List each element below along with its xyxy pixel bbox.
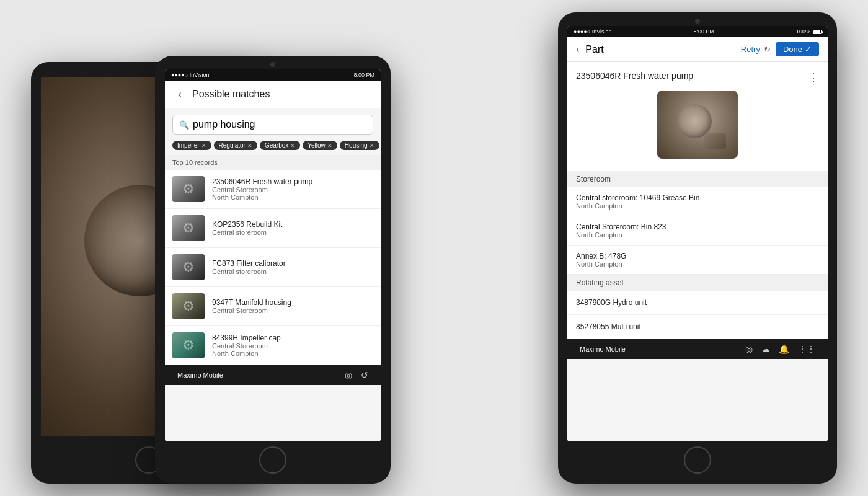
result-name-4: 9347T Manifold housing xyxy=(212,298,291,307)
store-loc-3: North Campton xyxy=(576,260,819,268)
asset-item-1[interactable]: 3487900G Hydro unit xyxy=(567,291,828,315)
tablet-mid: ●●●●○ InVision 8:00 PM ‹ Possible matche… xyxy=(155,56,391,484)
part-name: 23506046R Fresh water pump xyxy=(576,71,808,81)
cloud-icon-right[interactable]: ☁ xyxy=(761,344,770,354)
store-loc-2: North Campton xyxy=(576,231,819,239)
status-bar-right-left: ●●●●○ InVision xyxy=(574,29,612,35)
result-item-3[interactable]: FC873 Filter calibrator Central storeroo… xyxy=(165,248,381,287)
home-icon-mid[interactable]: ◎ xyxy=(345,370,352,380)
tablet-right-screen: ●●●●○ InVision 8:00 PM 100% ‹ Part Retry… xyxy=(567,26,828,441)
battery-area: 100% xyxy=(796,29,822,35)
search-bar[interactable]: 🔍 pump housing xyxy=(172,115,373,135)
result-info-5: 84399H Impeller cap Central Storeroom No… xyxy=(212,334,281,357)
filter-tag-yellow[interactable]: Yellow ✕ xyxy=(303,141,337,150)
remove-tag-icon[interactable]: ✕ xyxy=(290,143,295,149)
bell-icon-right[interactable]: 🔔 xyxy=(779,344,789,354)
home-button-right[interactable] xyxy=(684,446,711,474)
back-button-mid[interactable]: ‹ xyxy=(172,87,187,102)
status-bar-left: ●●●●○ InVision xyxy=(171,72,210,78)
refresh-icon-right[interactable]: ↻ xyxy=(764,45,771,54)
result-store-4: Central Storeroom xyxy=(212,307,291,314)
result-name-3: FC873 Filter calibrator xyxy=(212,259,286,268)
storeroom-section-header: Storeroom xyxy=(567,171,828,187)
filter-tag-gearbox[interactable]: Gearbox ✕ xyxy=(260,141,300,150)
done-label: Done xyxy=(783,45,802,54)
remove-tag-icon[interactable]: ✕ xyxy=(370,143,374,149)
result-location-1: North Compton xyxy=(212,193,312,201)
result-info-3: FC873 Filter calibrator Central storeroo… xyxy=(212,259,286,275)
mid-nav: ‹ Possible matches xyxy=(165,81,381,108)
store-name-1: Central storeroom: 10469 Grease Bin xyxy=(576,193,819,202)
time-right: 8:00 PM xyxy=(693,29,714,35)
result-store-5: Central Storeroom xyxy=(212,342,281,350)
page-title-right: Part xyxy=(585,44,741,55)
store-name-2: Central Storeroom: Bin 823 xyxy=(576,223,819,231)
result-item-4[interactable]: 9347T Manifold housing Central Storeroom xyxy=(165,287,381,326)
store-item-2[interactable]: Central Storeroom: Bin 823 North Campton xyxy=(567,216,828,246)
camera-dot-right xyxy=(695,19,700,24)
result-thumb-4 xyxy=(172,293,205,319)
store-item-1[interactable]: Central storeroom: 10469 Grease Bin Nort… xyxy=(567,187,828,216)
records-header: Top 10 records xyxy=(165,155,381,170)
asset-item-2[interactable]: 85278055 Multi unit xyxy=(567,315,828,339)
asset-name-2: 85278055 Multi unit xyxy=(576,322,819,331)
bottom-nav-right: Maximo Mobile ◎ ☁ 🔔 ⋮⋮ xyxy=(567,339,828,359)
result-item-1[interactable]: 23506046R Fresh water pump Central Store… xyxy=(165,170,381,209)
filter-tag-housing[interactable]: Housing ✕ xyxy=(340,141,379,150)
store-loc-1: North Campton xyxy=(576,202,819,210)
time-label: 8:00 PM xyxy=(353,72,374,78)
page-title-mid: Possible matches xyxy=(192,89,270,100)
status-bar-mid: ●●●●○ InVision 8:00 PM xyxy=(165,69,381,81)
back-button-right[interactable]: ‹ xyxy=(576,44,579,55)
result-item-5[interactable]: 84399H Impeller cap Central Storeroom No… xyxy=(165,326,381,365)
result-info-2: KOP2356 Rebuild Kit Central storeroom xyxy=(212,220,282,236)
bottom-icons-right: ◎ ☁ 🔔 ⋮⋮ xyxy=(745,344,815,354)
battery-pct: 100% xyxy=(796,29,810,35)
remove-tag-icon[interactable]: ✕ xyxy=(247,143,252,149)
tag-label: Gearbox xyxy=(265,142,288,149)
tag-label: Housing xyxy=(345,142,368,149)
carrier-right: ●●●●○ InVision xyxy=(574,29,612,35)
retry-button[interactable]: Retry xyxy=(741,45,760,54)
done-button[interactable]: Done ✓ xyxy=(776,42,819,56)
search-icon: 🔍 xyxy=(179,120,189,130)
location-icon-right[interactable]: ◎ xyxy=(745,344,753,354)
refresh-icon-mid[interactable]: ↺ xyxy=(361,370,368,380)
more-options-icon[interactable]: ⋮ xyxy=(808,71,819,84)
part-header: 23506046R Fresh water pump ⋮ xyxy=(567,62,828,84)
result-thumb-2 xyxy=(172,215,205,241)
store-item-3[interactable]: Annex B: 478G North Campton xyxy=(567,246,828,275)
part-image xyxy=(657,91,738,159)
tag-label: Yellow xyxy=(308,142,326,149)
result-item-2[interactable]: KOP2356 Rebuild Kit Central storeroom xyxy=(165,209,381,248)
result-name-5: 84399H Impeller cap xyxy=(212,334,281,342)
tag-label: Impeller xyxy=(177,142,200,149)
result-thumb-3 xyxy=(172,254,205,280)
scene: ●●●●○ InVision 8:00 PM ‹ Possible matche… xyxy=(31,12,837,484)
done-check-icon: ✓ xyxy=(805,45,812,54)
carrier-label: ●●●●○ InVision xyxy=(171,72,210,78)
filter-tag-impeller[interactable]: Impeller ✕ xyxy=(172,141,211,150)
tag-label: Regulator xyxy=(219,142,246,149)
bottom-icons-mid: ◎ ↺ xyxy=(345,370,368,380)
app-name-mid: Maximo Mobile xyxy=(177,371,223,379)
battery-fill xyxy=(813,30,820,33)
battery-icon xyxy=(813,30,822,34)
result-location-5: North Compton xyxy=(212,350,281,357)
home-button-mid[interactable] xyxy=(259,446,286,474)
grid-icon-right[interactable]: ⋮⋮ xyxy=(798,344,815,354)
filter-tag-regulator[interactable]: Regulator ✕ xyxy=(214,141,257,150)
result-store-3: Central storeroom xyxy=(212,268,286,275)
result-name-2: KOP2356 Rebuild Kit xyxy=(212,220,282,229)
store-name-3: Annex B: 478G xyxy=(576,252,819,260)
status-bar-right: ●●●●○ InVision 8:00 PM 100% xyxy=(567,26,828,37)
tablet-right: ●●●●○ InVision 8:00 PM 100% ‹ Part Retry… xyxy=(558,12,837,484)
result-name-1: 23506046R Fresh water pump xyxy=(212,177,312,186)
part-image-area xyxy=(567,84,828,171)
remove-tag-icon[interactable]: ✕ xyxy=(327,143,332,149)
remove-tag-icon[interactable]: ✕ xyxy=(202,143,206,149)
result-store-1: Central Storeroom xyxy=(212,186,312,193)
right-nav: ‹ Part Retry ↻ Done ✓ xyxy=(567,37,828,62)
app-name-right: Maximo Mobile xyxy=(580,345,626,353)
filter-tags: Impeller ✕ Regulator ✕ Gearbox ✕ Yellow … xyxy=(165,141,381,155)
